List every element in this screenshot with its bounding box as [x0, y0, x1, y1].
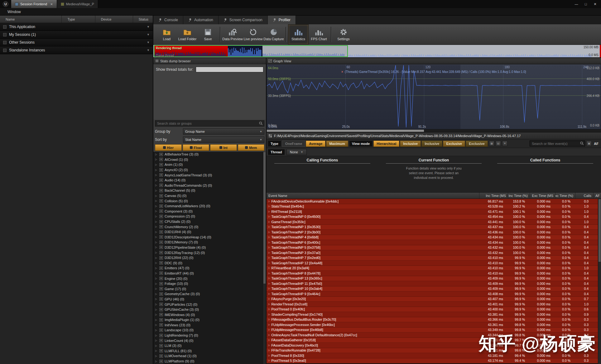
expander-icon[interactable]: ▷ — [268, 200, 270, 203]
event-table-row[interactable]: ▷ PoolThread 5 [0x3ea0] 43.174 ms 99.4 %… — [267, 358, 598, 364]
expander-icon[interactable]: ▷ — [155, 246, 158, 249]
profiler-tab[interactable]: Profiler — [268, 16, 296, 24]
history-dropdown-button[interactable]: ▼ — [502, 141, 507, 146]
expander-icon[interactable]: ▷ — [268, 359, 270, 362]
statistics-button[interactable]: Statistics — [288, 24, 309, 45]
load-button[interactable]: Load — [156, 24, 177, 45]
save-button[interactable]: Save — [198, 24, 218, 45]
expander-icon[interactable]: ▷ — [155, 308, 158, 311]
expander-icon[interactable]: ▷ — [268, 231, 270, 233]
expander-icon[interactable]: ▷ — [268, 293, 270, 295]
expander-icon[interactable]: ▷ — [268, 339, 270, 341]
stats-group-row[interactable]: ▷ ≡ ImgMediaPlugin (1) (0) — [153, 317, 263, 323]
expander-icon[interactable]: ▷ — [155, 153, 158, 156]
group-by-select[interactable]: Group Name ▼ — [183, 128, 264, 135]
expander-icon[interactable]: ▷ — [155, 163, 158, 166]
event-table-row[interactable]: ▷ TaskGraphThreadHP 12 [0x4a48] 43.410 m… — [267, 261, 598, 266]
event-table-row[interactable]: ▷ TaskGraphThreadHP 7 [0x2ed0] 43.410 ms… — [267, 256, 598, 261]
event-table-row[interactable]: ▷ TaskGraphThreadHP 8 [0x4478] 43.410 ms… — [267, 271, 598, 276]
stats-group-row[interactable]: ▷ ≡ BackChannel (5) (0) — [153, 188, 263, 193]
expander-icon[interactable]: ▷ — [155, 349, 158, 352]
stats-group-row[interactable]: ▷ ≡ D3D12PipelineState (4) (0) — [153, 245, 263, 250]
event-table-row[interactable]: ▷ TaskGraphThreadHP 11 [0x47b0] 43.409 m… — [267, 281, 598, 286]
legend-close-icon[interactable]: × — [341, 70, 343, 74]
expander-icon[interactable]: ▷ — [155, 267, 158, 270]
chevron-down-icon[interactable]: ▼ — [147, 41, 150, 44]
data-capture-button[interactable]: Data Capture — [263, 24, 284, 45]
minimize-button[interactable]: — — [572, 1, 581, 7]
stats-group-row[interactable]: ▷ ≡ LLMPlatform (9) (0) — [153, 359, 263, 364]
expander-icon[interactable]: ▷ — [268, 354, 270, 357]
column-inc-time-ms[interactable]: Inc Time (MS — [479, 193, 508, 199]
expander-icon[interactable]: ▷ — [155, 323, 158, 326]
expander-icon[interactable]: ▷ — [268, 277, 270, 280]
expander-icon[interactable]: ▷ — [268, 236, 270, 238]
stats-group-row[interactable]: ▷ ≡ GPU (46) (0) — [153, 297, 263, 302]
graph-plot[interactable]: 60 120 180 — [267, 64, 601, 129]
stats-group-row[interactable]: ▷ ≡ Emitters (47) (0) — [153, 266, 263, 271]
stats-group-row[interactable]: ▷ ≡ Landscape (10) (0) — [153, 328, 263, 333]
expander-icon[interactable]: ▷ — [155, 339, 158, 342]
event-table-row[interactable]: ▷ OnlineAsyncTaskThreadNull DefaultInsta… — [267, 333, 598, 338]
timeline-strip[interactable]: Rendering thread Game thread 150.00 MB 0… — [153, 45, 601, 58]
view-mode-button[interactable]: Inclusive — [400, 141, 421, 147]
timeline-overview[interactable]: 150.00 MB 0.0 MS — [349, 45, 601, 57]
expander-icon[interactable]: ▷ — [268, 221, 270, 223]
stats-group-row[interactable]: ▷ ≡ D3D12Memory (7) (0) — [153, 240, 263, 245]
stats-group-row[interactable]: ▷ ≡ CPUStalls (2) (0) — [153, 219, 263, 224]
doc-tab-medievalvillage[interactable]: MedievalVillage_P — [57, 0, 98, 8]
data-preview-button[interactable]: Data Preview — [222, 24, 243, 45]
stats-group-row[interactable]: ▷ ≡ LLM (3) (0) — [153, 343, 263, 348]
expander-icon[interactable]: ▷ — [268, 282, 270, 285]
expander-icon[interactable]: ▷ — [268, 226, 270, 228]
stats-group-row[interactable]: ▷ ≡ GPUSkinCache (3) (0) — [153, 307, 263, 312]
expander-icon[interactable]: ▷ — [268, 328, 270, 331]
expander-icon[interactable]: ▷ — [155, 303, 158, 306]
event-table-scrollbar[interactable] — [598, 199, 601, 364]
stats-group-row[interactable]: ▷ ≡ AudioThreadCommands (2) (0) — [153, 183, 263, 188]
expander-icon[interactable]: ▷ — [268, 344, 270, 347]
close-icon[interactable]: ✕ — [50, 2, 53, 6]
column-exc-time-ms[interactable]: Exc Time (MS — [530, 193, 555, 199]
expander-icon[interactable]: ▷ — [268, 267, 270, 269]
expander-icon[interactable]: ▷ — [268, 349, 270, 352]
expander-icon[interactable]: ▷ — [155, 360, 158, 363]
event-table-row[interactable]: ▷ TaskGraphThreadHP 10 [0x3ab4] 43.409 m… — [267, 286, 598, 292]
stats-scrollbar-thumb[interactable] — [263, 152, 266, 284]
expander-icon[interactable]: ▷ — [268, 241, 270, 244]
event-table-row[interactable]: ▷ TaskGraphThreadNP 0 [0x4500] 43.454 ms… — [267, 214, 598, 220]
view-mode-button[interactable]: Exclusive — [443, 141, 465, 147]
stats-group-row[interactable]: ▷ ≡ AsyncIO (2) (0) — [153, 167, 263, 173]
chevron-down-icon[interactable]: ▼ — [147, 49, 150, 52]
session-row[interactable]: Standalone Instances ▼ — [0, 46, 153, 54]
graph-hscrollbar[interactable] — [267, 129, 601, 132]
expander-icon[interactable]: ▷ — [268, 215, 270, 218]
doc-tab-session-frontend[interactable]: Session Frontend ✕ — [11, 0, 57, 8]
expander-icon[interactable]: ▷ — [268, 323, 270, 326]
event-table-scrollbar-thumb[interactable] — [599, 199, 601, 262]
stats-group-row[interactable]: ▷ ≡ CrunchMemory (2) (0) — [153, 224, 263, 229]
stats-group-row[interactable]: ▷ ≡ LightRendering (7) (0) — [153, 333, 263, 338]
expander-icon[interactable]: ▷ — [268, 334, 270, 336]
event-table-row[interactable]: ▷ TaskGraphThreadNP 4 [0x6b8] 43.434 ms … — [267, 235, 598, 240]
expander-icon[interactable]: ▷ — [155, 313, 158, 316]
column-type[interactable]: Type — [62, 16, 95, 23]
event-table-row[interactable]: ▷ FUdpMessageProcessor [0x46b8] 43.349 m… — [267, 328, 598, 333]
expander-icon[interactable]: ▷ — [268, 256, 270, 259]
thread-dropdown[interactable]: None ▼ — [286, 149, 307, 155]
stats-group-row[interactable]: ▷ ≡ LLMFULL (81) (0) — [153, 348, 263, 354]
event-table-row[interactable]: ▷ TaskGraphThreadHP 9 [0x464c] 43.408 ms… — [267, 291, 598, 297]
stats-group-row[interactable]: ▷ ≡ D3D12RayTracing (12) (0) — [153, 250, 263, 255]
stats-group-row[interactable]: ▷ ≡ DDC (9) (0) — [153, 260, 263, 266]
stats-group-row[interactable]: ▷ ≡ AIBehaviorTree (3) (0) — [153, 152, 263, 157]
stats-group-row[interactable]: ▷ ≡ Anim (1) (0) — [153, 162, 263, 167]
expander-icon[interactable]: ▷ — [268, 246, 270, 249]
fps-chart-button[interactable]: FPS Chart — [309, 24, 329, 45]
expander-icon[interactable]: ▷ — [155, 220, 158, 223]
event-table-row[interactable]: ▷ GameThread [0x359c] 43.441 ms 100.0 % … — [267, 219, 598, 225]
expander-icon[interactable]: ▷ — [155, 194, 158, 197]
expander-icon[interactable]: ▷ — [268, 210, 270, 213]
stats-group-row[interactable]: ▷ ≡ EmittersRT (44) (0) — [153, 271, 263, 276]
type-filter-button[interactable]: OneFrame — [282, 141, 305, 147]
expander-icon[interactable]: ▷ — [155, 272, 158, 275]
